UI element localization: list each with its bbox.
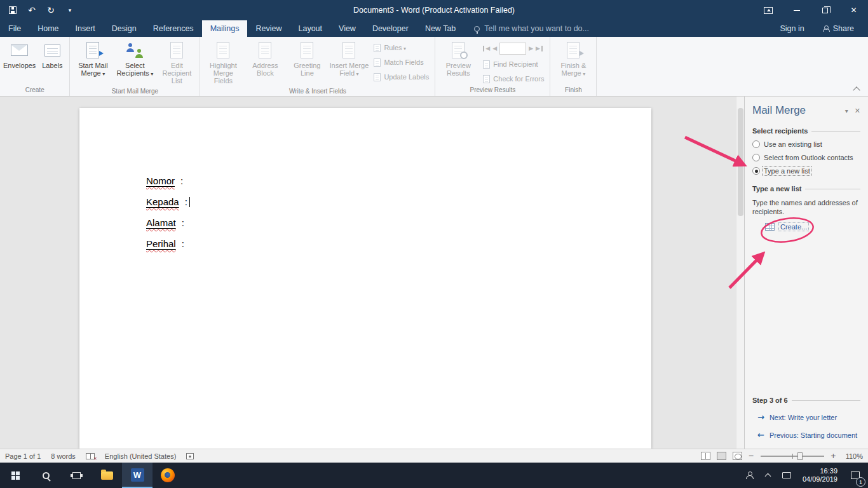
save-button[interactable]: [4, 0, 22, 20]
task-view-button[interactable]: [61, 463, 92, 488]
radio-outlook-contacts[interactable]: Select from Outlook contacts: [752, 154, 860, 161]
start-mail-merge-button[interactable]: Start Mail Merge: [72, 39, 114, 80]
record-number-input[interactable]: [499, 43, 526, 55]
insert-merge-field-button[interactable]: Insert Merge Field: [328, 39, 370, 80]
zoom-in-button[interactable]: [831, 452, 836, 460]
find-recipient-button[interactable]: Find Recipient: [483, 58, 544, 70]
wizard-previous-link[interactable]: Previous: Starting document: [757, 430, 860, 440]
tab-file[interactable]: File: [0, 20, 29, 37]
find-recipient-label: Find Recipient: [493, 60, 538, 68]
check-for-errors-button[interactable]: Check for Errors: [483, 73, 544, 85]
create-link[interactable]: Create...: [778, 222, 809, 231]
greeting-line-icon: [296, 41, 318, 60]
wizard-next-link[interactable]: Next: Write your letter: [757, 412, 860, 422]
zoom-level[interactable]: 110%: [843, 452, 863, 460]
tab-row-right: Sign in Share: [771, 20, 868, 37]
radio-use-existing-list[interactable]: Use an existing list: [752, 140, 860, 148]
address-block-label: Address Block: [245, 62, 285, 77]
lightbulb-icon: [474, 26, 480, 32]
macro-recording-icon[interactable]: [186, 453, 194, 459]
taskbar-search-button[interactable]: [31, 463, 61, 488]
tray-device-icon[interactable]: [782, 472, 791, 478]
radio-circle-icon: [752, 154, 760, 161]
next-record-button[interactable]: [529, 46, 533, 51]
insert-merge-field-icon: [338, 41, 360, 60]
vertical-scrollbar[interactable]: [736, 97, 744, 449]
tab-layout[interactable]: Layout: [290, 20, 330, 37]
word-taskbar-button[interactable]: [122, 463, 153, 488]
labels-button[interactable]: Labels: [37, 39, 67, 71]
ribbon: Envelopes Labels Create Start Mail Merge…: [0, 37, 868, 97]
show-hidden-icons-chevron[interactable]: [765, 473, 771, 478]
previous-record-button[interactable]: [492, 46, 497, 51]
undo-button[interactable]: [23, 0, 41, 20]
pane-menu-caret-icon[interactable]: [845, 107, 848, 115]
doc-colon: :: [180, 175, 183, 186]
tab-insert[interactable]: Insert: [67, 20, 104, 37]
people-tray-icon[interactable]: [746, 471, 754, 479]
select-recipients-button[interactable]: Select Recipients: [114, 39, 156, 80]
check-for-errors-label: Check for Errors: [493, 75, 544, 83]
collapse-ribbon-button[interactable]: [851, 85, 862, 93]
tab-new-tab[interactable]: New Tab: [417, 20, 464, 37]
update-labels-button[interactable]: Update Labels: [374, 71, 429, 83]
match-fields-button[interactable]: Match Fields: [374, 57, 429, 68]
sign-in-link[interactable]: Sign in: [771, 24, 813, 33]
redo-button[interactable]: [42, 0, 60, 20]
zoom-out-button[interactable]: [749, 452, 754, 460]
file-explorer-button[interactable]: [92, 463, 122, 488]
labels-label: Labels: [42, 62, 62, 69]
tab-developer[interactable]: Developer: [364, 20, 417, 37]
customize-quick-access-caret-icon[interactable]: [61, 0, 79, 20]
tab-design[interactable]: Design: [104, 20, 145, 37]
clock-date: 04/09/2019: [803, 475, 837, 484]
language-indicator[interactable]: English (United States): [105, 452, 177, 460]
minimize-button[interactable]: [782, 0, 811, 20]
update-labels-label: Update Labels: [384, 73, 429, 81]
windows-taskbar: 16:39 04/09/2019 1: [0, 463, 868, 488]
page-indicator[interactable]: Page 1 of 1: [5, 452, 41, 460]
zoom-slider-thumb[interactable]: [797, 452, 803, 460]
scrollbar-thumb[interactable]: [738, 108, 743, 216]
address-block-button[interactable]: Address Block: [244, 39, 286, 79]
preview-results-button[interactable]: Preview Results: [437, 39, 479, 79]
tell-me-box[interactable]: Tell me what you want to do...: [464, 20, 599, 37]
radio-type-new-list[interactable]: Type a new list: [752, 167, 860, 175]
first-record-button[interactable]: [483, 46, 490, 51]
status-bar-right: 110%: [701, 452, 863, 460]
share-button[interactable]: Share: [816, 24, 860, 33]
rules-label: Rules: [384, 44, 406, 51]
tab-home[interactable]: Home: [29, 20, 67, 37]
close-button[interactable]: [839, 0, 868, 20]
greeting-line-label: Greeting Line: [287, 62, 327, 77]
web-layout-button[interactable]: [733, 452, 742, 460]
envelopes-button[interactable]: Envelopes: [2, 39, 37, 71]
proofing-errors-icon[interactable]: [86, 453, 95, 459]
greeting-line-button[interactable]: Greeting Line: [286, 39, 328, 79]
tab-review[interactable]: Review: [247, 20, 290, 37]
edit-recipient-list-button[interactable]: Edit Recipient List: [156, 39, 198, 86]
start-button[interactable]: [0, 463, 31, 488]
ribbon-display-options-button[interactable]: [754, 0, 782, 20]
group-preview-results: Preview Results Find Recipient Check for…: [435, 37, 550, 96]
firefox-taskbar-button[interactable]: [153, 463, 183, 488]
finish-and-merge-button[interactable]: Finish & Merge: [552, 39, 594, 80]
select-recipients-label: Select Recipients: [115, 62, 154, 78]
taskbar-clock[interactable]: 16:39 04/09/2019: [803, 467, 837, 484]
read-mode-button[interactable]: [701, 452, 710, 460]
restore-button[interactable]: [811, 0, 839, 20]
tab-view[interactable]: View: [330, 20, 364, 37]
pane-close-icon[interactable]: [855, 107, 860, 115]
select-recipients-people-icon: [124, 41, 146, 60]
print-layout-button[interactable]: [717, 452, 726, 460]
last-record-button[interactable]: [536, 46, 543, 51]
word-count[interactable]: 8 words: [51, 452, 76, 460]
action-center-button[interactable]: 1: [849, 469, 862, 482]
zoom-slider[interactable]: [761, 456, 824, 457]
highlight-merge-fields-button[interactable]: Highlight Merge Fields: [202, 39, 244, 86]
tab-mailings[interactable]: Mailings: [202, 20, 248, 37]
system-tray: 16:39 04/09/2019 1: [746, 463, 868, 488]
rules-button[interactable]: Rules: [374, 42, 429, 53]
tab-references[interactable]: References: [145, 20, 202, 37]
document-page[interactable]: Nomor: Kepada: Alamat: Perihal:: [79, 108, 651, 449]
